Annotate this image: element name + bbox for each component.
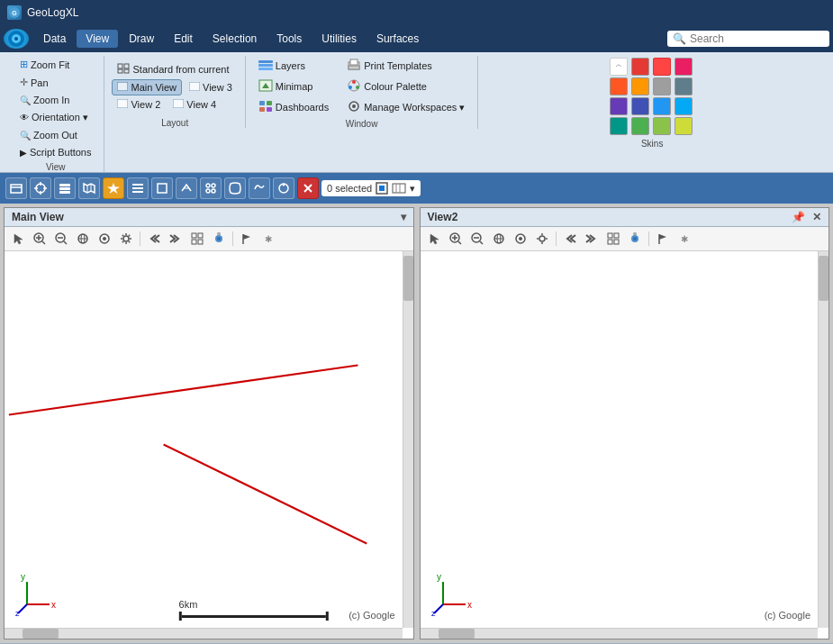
- skin-btn-6[interactable]: [631, 77, 649, 95]
- v2t-color-button[interactable]: [625, 229, 645, 249]
- skin-btn-1[interactable]: [610, 58, 628, 76]
- menu-data[interactable]: Data: [34, 30, 75, 48]
- orientation-button[interactable]: 👁 Orientation ▾: [14, 109, 96, 126]
- print-templates-button[interactable]: Print Templates: [341, 56, 470, 76]
- skin-btn-13[interactable]: [610, 117, 628, 135]
- dashboards-button[interactable]: Dashboards: [253, 97, 334, 117]
- menu-tools[interactable]: Tools: [267, 30, 311, 48]
- v2t-gear-button[interactable]: [532, 229, 552, 249]
- skin-btn-4[interactable]: [675, 58, 693, 76]
- skin-btn-7[interactable]: [653, 77, 671, 95]
- view2-vscroll-thumb[interactable]: [819, 256, 828, 301]
- vt-cursor-button[interactable]: [8, 229, 28, 249]
- pan-button[interactable]: ✛ Pan: [14, 74, 96, 91]
- main-view-vscroll[interactable]: [403, 251, 413, 628]
- svg-rect-128: [633, 232, 637, 235]
- tb-layers-button[interactable]: [54, 177, 76, 199]
- v2t-zoom-in-button[interactable]: [446, 229, 466, 249]
- view2-button[interactable]: View 2: [112, 96, 166, 113]
- layout-group-content: Standard from current Main View View 3: [112, 56, 237, 116]
- vt-zoom-in-button[interactable]: [30, 229, 50, 249]
- zoom-in-button[interactable]: 🔍 Zoom In: [14, 92, 96, 108]
- tb-open-button[interactable]: [5, 177, 27, 199]
- v2t-globe-button[interactable]: [489, 229, 509, 249]
- tb-star-button[interactable]: [103, 177, 124, 199]
- v2t-flag-button[interactable]: [653, 229, 673, 249]
- zoom-out-button[interactable]: 🔍 Zoom Out: [14, 127, 96, 143]
- svg-rect-14: [118, 100, 127, 107]
- menu-view[interactable]: View: [77, 30, 118, 48]
- v2t-cursor-button[interactable]: [424, 229, 444, 249]
- skin-btn-14[interactable]: [631, 117, 649, 135]
- skin-btn-9[interactable]: [610, 97, 628, 115]
- tb-target-button[interactable]: [151, 177, 173, 199]
- manage-workspaces-button[interactable]: Manage Workspaces ▾: [341, 97, 470, 117]
- tb-settings-button[interactable]: [127, 177, 149, 199]
- v2t-layers-button[interactable]: [511, 229, 530, 249]
- svg-rect-25: [267, 107, 272, 112]
- view2-vscroll[interactable]: [818, 251, 828, 628]
- tb-crosshair-button[interactable]: [30, 177, 51, 199]
- menu-selection[interactable]: Selection: [204, 30, 266, 48]
- menu-surfaces[interactable]: Surfaces: [367, 30, 428, 48]
- skin-btn-10[interactable]: [631, 97, 649, 115]
- skin-btn-11[interactable]: [653, 97, 671, 115]
- svg-rect-51: [132, 191, 143, 193]
- main-view-button[interactable]: Main View: [112, 79, 182, 95]
- tb-freehand-button[interactable]: [249, 177, 270, 199]
- tb-node-button[interactable]: [200, 177, 222, 199]
- vt-gear-button[interactable]: [116, 229, 136, 249]
- v2t-extra-button[interactable]: ✱: [675, 229, 694, 249]
- skin-btn-15[interactable]: [653, 117, 671, 135]
- view4-button[interactable]: View 4: [168, 96, 222, 113]
- tb-polygon-button[interactable]: [224, 177, 246, 199]
- view3-button[interactable]: View 3: [184, 79, 238, 95]
- menu-utilities[interactable]: Utilities: [312, 30, 366, 48]
- minimap-button[interactable]: Minimap: [253, 77, 334, 96]
- colour-palette-button[interactable]: Colour Palette: [341, 77, 470, 96]
- tb-x-button[interactable]: [297, 177, 319, 199]
- skin-btn-2[interactable]: [631, 58, 649, 76]
- skin-btn-5[interactable]: [610, 77, 628, 95]
- skin-btn-12[interactable]: [675, 97, 693, 115]
- v2t-forward-button[interactable]: [582, 229, 602, 249]
- view2-canvas[interactable]: y x z (c) Google: [421, 251, 829, 639]
- skin-btn-8[interactable]: [675, 77, 693, 95]
- vt-forward-button[interactable]: [166, 229, 186, 249]
- vt-globe-button[interactable]: [73, 229, 93, 249]
- v2t-back-button[interactable]: [560, 229, 580, 249]
- main-view-canvas[interactable]: y x z 6km (c) Google: [5, 251, 413, 639]
- svg-rect-36: [11, 185, 22, 193]
- v2t-grid-button[interactable]: [603, 229, 623, 249]
- tb-compass-button[interactable]: [273, 177, 294, 199]
- v2t-zoom-out-button[interactable]: [467, 229, 487, 249]
- skin-btn-16[interactable]: [675, 117, 693, 135]
- dropdown-arrow[interactable]: ▾: [410, 183, 415, 195]
- vt-back-button[interactable]: [144, 229, 164, 249]
- main-view-hscroll-thumb[interactable]: [23, 629, 59, 639]
- search-box[interactable]: 🔍: [667, 31, 829, 47]
- vt-zoom-out-button[interactable]: [51, 229, 71, 249]
- tb-draw-button[interactable]: [176, 177, 197, 199]
- menu-edit[interactable]: Edit: [165, 30, 202, 48]
- search-input[interactable]: [690, 32, 816, 45]
- menu-draw[interactable]: Draw: [120, 30, 163, 48]
- skin-btn-3[interactable]: [653, 58, 671, 76]
- tb-map-button[interactable]: [78, 177, 100, 199]
- vt-flag-button[interactable]: [237, 229, 257, 249]
- layers-button[interactable]: Layers: [253, 56, 334, 76]
- standard-from-current-button[interactable]: Standard from current: [112, 60, 237, 78]
- view2-hscroll[interactable]: [421, 628, 819, 639]
- vt-grid-button[interactable]: [187, 229, 207, 249]
- main-view-hscroll[interactable]: [5, 628, 403, 639]
- main-view-dropdown-icon[interactable]: ▾: [401, 211, 406, 223]
- vt-layers-button[interactable]: [95, 229, 114, 249]
- zoom-fit-button[interactable]: ⊞ Zoom Fit: [14, 56, 96, 73]
- vt-color-button[interactable]: [209, 229, 229, 249]
- view2-pin-icon[interactable]: 📌: [792, 211, 805, 223]
- view2-hscroll-thumb[interactable]: [439, 629, 475, 639]
- vt-extra-button[interactable]: ✱: [258, 229, 278, 249]
- view2-close-icon[interactable]: ✕: [812, 211, 821, 223]
- script-buttons-button[interactable]: ▶ Script Buttons: [14, 144, 96, 160]
- main-view-vscroll-thumb[interactable]: [403, 256, 413, 301]
